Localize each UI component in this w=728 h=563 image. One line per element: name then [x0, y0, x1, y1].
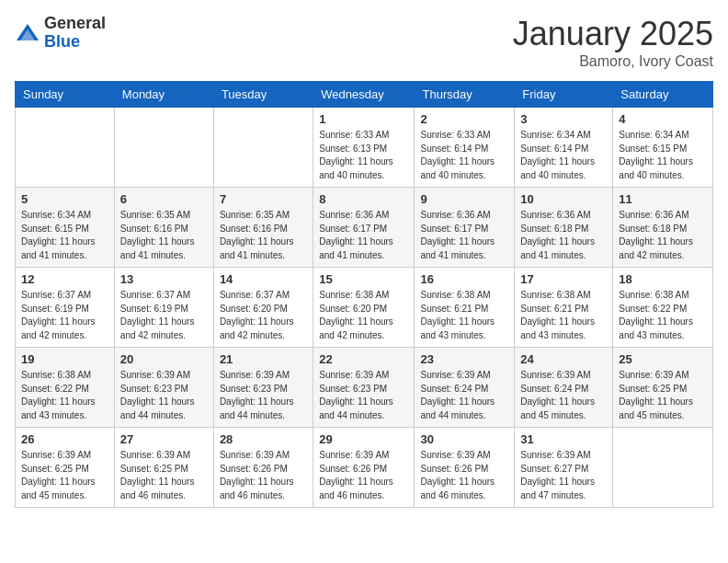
- calendar-cell: 14Sunrise: 6:37 AM Sunset: 6:20 PM Dayli…: [213, 268, 313, 348]
- day-number: 28: [220, 432, 307, 446]
- day-info: Sunrise: 6:34 AM Sunset: 6:15 PM Dayligh…: [21, 209, 108, 262]
- day-info: Sunrise: 6:38 AM Sunset: 6:21 PM Dayligh…: [420, 289, 508, 342]
- day-number: 21: [220, 352, 307, 366]
- day-number: 8: [319, 192, 408, 206]
- calendar-cell: [613, 428, 713, 508]
- calendar-cell: 29Sunrise: 6:39 AM Sunset: 6:26 PM Dayli…: [313, 428, 415, 508]
- day-info: Sunrise: 6:39 AM Sunset: 6:26 PM Dayligh…: [220, 449, 307, 502]
- day-number: 17: [520, 272, 607, 286]
- calendar-cell: 30Sunrise: 6:39 AM Sunset: 6:26 PM Dayli…: [415, 428, 515, 508]
- header-wednesday: Wednesday: [313, 82, 415, 108]
- logo: General Blue: [15, 15, 106, 52]
- calendar-cell: 2Sunrise: 6:33 AM Sunset: 6:14 PM Daylig…: [415, 108, 515, 188]
- day-number: 6: [120, 192, 208, 206]
- day-info: Sunrise: 6:36 AM Sunset: 6:18 PM Dayligh…: [619, 209, 707, 262]
- calendar-header: Sunday Monday Tuesday Wednesday Thursday…: [16, 82, 713, 108]
- calendar-cell: 4Sunrise: 6:34 AM Sunset: 6:15 PM Daylig…: [613, 108, 713, 188]
- calendar-cell: 8Sunrise: 6:36 AM Sunset: 6:17 PM Daylig…: [313, 188, 415, 268]
- day-number: 29: [319, 432, 408, 446]
- day-info: Sunrise: 6:39 AM Sunset: 6:23 PM Dayligh…: [220, 369, 307, 422]
- calendar-cell: 20Sunrise: 6:39 AM Sunset: 6:23 PM Dayli…: [114, 348, 213, 428]
- calendar-week-3: 12Sunrise: 6:37 AM Sunset: 6:19 PM Dayli…: [16, 268, 713, 348]
- header-tuesday: Tuesday: [213, 82, 313, 108]
- calendar-cell: 19Sunrise: 6:38 AM Sunset: 6:22 PM Dayli…: [16, 348, 115, 428]
- day-info: Sunrise: 6:38 AM Sunset: 6:21 PM Dayligh…: [520, 289, 607, 342]
- calendar-cell: 21Sunrise: 6:39 AM Sunset: 6:23 PM Dayli…: [213, 348, 313, 428]
- calendar-cell: [213, 108, 313, 188]
- day-number: 2: [420, 112, 508, 126]
- day-number: 25: [619, 352, 707, 366]
- day-info: Sunrise: 6:34 AM Sunset: 6:15 PM Dayligh…: [619, 129, 707, 182]
- day-number: 23: [420, 352, 508, 366]
- day-info: Sunrise: 6:39 AM Sunset: 6:25 PM Dayligh…: [120, 449, 208, 502]
- day-info: Sunrise: 6:39 AM Sunset: 6:23 PM Dayligh…: [319, 369, 408, 422]
- day-number: 15: [319, 272, 408, 286]
- day-number: 10: [520, 192, 607, 206]
- day-info: Sunrise: 6:39 AM Sunset: 6:23 PM Dayligh…: [120, 369, 208, 422]
- calendar-cell: 3Sunrise: 6:34 AM Sunset: 6:14 PM Daylig…: [515, 108, 613, 188]
- day-number: 7: [220, 192, 307, 206]
- header-saturday: Saturday: [613, 82, 713, 108]
- logo-blue: Blue: [44, 33, 106, 52]
- calendar-cell: 7Sunrise: 6:35 AM Sunset: 6:16 PM Daylig…: [213, 188, 313, 268]
- day-number: 27: [120, 432, 208, 446]
- day-info: Sunrise: 6:38 AM Sunset: 6:22 PM Dayligh…: [21, 369, 108, 422]
- calendar-week-4: 19Sunrise: 6:38 AM Sunset: 6:22 PM Dayli…: [16, 348, 713, 428]
- day-info: Sunrise: 6:35 AM Sunset: 6:16 PM Dayligh…: [120, 209, 208, 262]
- calendar-cell: 27Sunrise: 6:39 AM Sunset: 6:25 PM Dayli…: [114, 428, 213, 508]
- calendar-cell: 26Sunrise: 6:39 AM Sunset: 6:25 PM Dayli…: [16, 428, 115, 508]
- day-number: 22: [319, 352, 408, 366]
- calendar-week-2: 5Sunrise: 6:34 AM Sunset: 6:15 PM Daylig…: [16, 188, 713, 268]
- header-thursday: Thursday: [415, 82, 515, 108]
- calendar-cell: 13Sunrise: 6:37 AM Sunset: 6:19 PM Dayli…: [114, 268, 213, 348]
- month-title: January 2025: [513, 15, 713, 53]
- day-number: 11: [619, 192, 707, 206]
- logo-icon: [15, 20, 40, 46]
- calendar-cell: 5Sunrise: 6:34 AM Sunset: 6:15 PM Daylig…: [16, 188, 115, 268]
- calendar-table: Sunday Monday Tuesday Wednesday Thursday…: [15, 81, 713, 508]
- day-number: 18: [619, 272, 707, 286]
- calendar-cell: 12Sunrise: 6:37 AM Sunset: 6:19 PM Dayli…: [16, 268, 115, 348]
- logo-text: General Blue: [44, 15, 106, 52]
- calendar-cell: [16, 108, 115, 188]
- header-friday: Friday: [515, 82, 613, 108]
- title-section: January 2025 Bamoro, Ivory Coast: [513, 15, 713, 70]
- calendar-cell: 24Sunrise: 6:39 AM Sunset: 6:24 PM Dayli…: [515, 348, 613, 428]
- day-info: Sunrise: 6:33 AM Sunset: 6:14 PM Dayligh…: [420, 129, 508, 182]
- calendar-cell: 16Sunrise: 6:38 AM Sunset: 6:21 PM Dayli…: [415, 268, 515, 348]
- day-info: Sunrise: 6:35 AM Sunset: 6:16 PM Dayligh…: [220, 209, 307, 262]
- day-info: Sunrise: 6:39 AM Sunset: 6:26 PM Dayligh…: [420, 449, 508, 502]
- day-number: 31: [520, 432, 607, 446]
- day-info: Sunrise: 6:36 AM Sunset: 6:17 PM Dayligh…: [420, 209, 508, 262]
- calendar-week-1: 1Sunrise: 6:33 AM Sunset: 6:13 PM Daylig…: [16, 108, 713, 188]
- day-info: Sunrise: 6:34 AM Sunset: 6:14 PM Dayligh…: [520, 129, 607, 182]
- day-info: Sunrise: 6:33 AM Sunset: 6:13 PM Dayligh…: [319, 129, 408, 182]
- calendar-cell: 17Sunrise: 6:38 AM Sunset: 6:21 PM Dayli…: [515, 268, 613, 348]
- day-info: Sunrise: 6:37 AM Sunset: 6:20 PM Dayligh…: [220, 289, 307, 342]
- calendar-cell: 10Sunrise: 6:36 AM Sunset: 6:18 PM Dayli…: [515, 188, 613, 268]
- day-info: Sunrise: 6:39 AM Sunset: 6:25 PM Dayligh…: [619, 369, 707, 422]
- calendar-body: 1Sunrise: 6:33 AM Sunset: 6:13 PM Daylig…: [16, 108, 713, 508]
- day-info: Sunrise: 6:36 AM Sunset: 6:18 PM Dayligh…: [520, 209, 607, 262]
- day-info: Sunrise: 6:38 AM Sunset: 6:22 PM Dayligh…: [619, 289, 707, 342]
- day-info: Sunrise: 6:38 AM Sunset: 6:20 PM Dayligh…: [319, 289, 408, 342]
- day-number: 13: [120, 272, 208, 286]
- day-number: 3: [520, 112, 607, 126]
- day-number: 9: [420, 192, 508, 206]
- day-info: Sunrise: 6:39 AM Sunset: 6:24 PM Dayligh…: [420, 369, 508, 422]
- location-subtitle: Bamoro, Ivory Coast: [513, 53, 713, 70]
- day-number: 24: [520, 352, 607, 366]
- calendar-cell: [114, 108, 213, 188]
- header-row: Sunday Monday Tuesday Wednesday Thursday…: [16, 82, 713, 108]
- header-monday: Monday: [114, 82, 213, 108]
- page-header: General Blue January 2025 Bamoro, Ivory …: [15, 15, 713, 70]
- day-info: Sunrise: 6:36 AM Sunset: 6:17 PM Dayligh…: [319, 209, 408, 262]
- calendar-cell: 18Sunrise: 6:38 AM Sunset: 6:22 PM Dayli…: [613, 268, 713, 348]
- calendar-cell: 31Sunrise: 6:39 AM Sunset: 6:27 PM Dayli…: [515, 428, 613, 508]
- day-number: 5: [21, 192, 108, 206]
- calendar-cell: 11Sunrise: 6:36 AM Sunset: 6:18 PM Dayli…: [613, 188, 713, 268]
- day-info: Sunrise: 6:39 AM Sunset: 6:26 PM Dayligh…: [319, 449, 408, 502]
- logo-general: General: [44, 15, 106, 33]
- day-info: Sunrise: 6:39 AM Sunset: 6:27 PM Dayligh…: [520, 449, 607, 502]
- calendar-cell: 23Sunrise: 6:39 AM Sunset: 6:24 PM Dayli…: [415, 348, 515, 428]
